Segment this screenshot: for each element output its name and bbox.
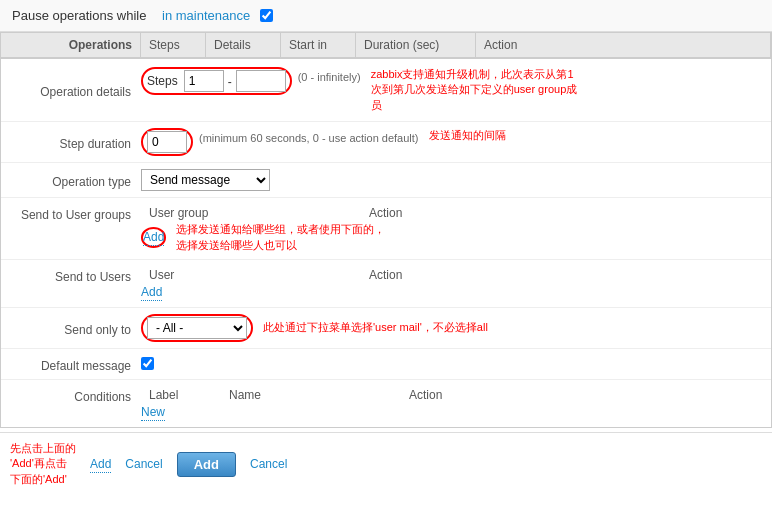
- operation-type-row: Operation type Send message Remote comma…: [1, 163, 771, 198]
- cancel-top-link[interactable]: Cancel: [117, 453, 170, 475]
- step-duration-row: Step duration (minimum 60 seconds, 0 - u…: [1, 122, 771, 163]
- step-duration-circle: [141, 128, 193, 156]
- cond-col-action: Action: [401, 386, 771, 404]
- operation-details-section: Operation details Steps - (0 - infinitel…: [0, 58, 772, 428]
- conditions-row: Conditions Label Name Action New: [1, 380, 771, 427]
- add-bottom-button[interactable]: Add: [177, 452, 236, 477]
- send-to-user-groups-content: User group Action Add 选择发送通知给哪些组，或者使用下面的…: [141, 204, 771, 253]
- step-duration-label: Step duration: [1, 133, 141, 151]
- steps-from-input[interactable]: [184, 70, 224, 92]
- steps-hint: (0 - infinitely): [292, 67, 361, 83]
- steps-content: Steps - (0 - infinitely) zabbix支持通知升级机制，…: [141, 67, 771, 113]
- send-only-to-select[interactable]: - All - SMS Email Jabber: [147, 317, 247, 339]
- send-only-annotation: 此处通过下拉菜单选择'user mail'，不必选择all: [253, 320, 488, 335]
- send-to-users-content: User Action Add: [141, 266, 771, 301]
- conditions-table: Label Name Action: [141, 386, 771, 404]
- pause-operations-label: Pause operations while in maintenance: [12, 8, 273, 23]
- pause-text: Pause operations while: [12, 8, 146, 23]
- send-to-user-groups-label: Send to User groups: [1, 204, 141, 222]
- pause-checkbox[interactable]: [260, 9, 273, 22]
- send-to-user-groups-row: Send to User groups User group Action: [1, 198, 771, 260]
- default-message-label: Default message: [1, 355, 141, 373]
- u-col-user: User: [141, 266, 361, 284]
- send-only-to-row: Send only to - All - SMS Email Jabber 此处…: [1, 308, 771, 349]
- add-user-group-circle: Add: [141, 227, 166, 248]
- users-table: User Action: [141, 266, 771, 284]
- operation-type-select[interactable]: Send message Remote command: [141, 169, 270, 191]
- send-only-to-content: - All - SMS Email Jabber 此处通过下拉菜单选择'user…: [141, 314, 771, 342]
- steps-to-input[interactable]: [236, 70, 286, 92]
- ug-col-action: Action: [361, 204, 771, 222]
- add-top-link[interactable]: Add: [90, 456, 111, 473]
- steps-annotation: zabbix支持通知升级机制，此次表示从第1次到第几次发送给如下定义的user …: [361, 67, 581, 113]
- bottom-note: 先点击上面的 'Add'再点击 下面的'Add': [10, 441, 76, 487]
- cond-col-label: Label: [141, 386, 221, 404]
- steps-row: Operation details Steps - (0 - infinitel…: [1, 59, 771, 122]
- add-user-group-link[interactable]: Add: [143, 229, 164, 246]
- operation-type-label: Operation type: [1, 171, 141, 189]
- ops-col-steps: Steps: [141, 33, 206, 57]
- add-user-group-annotation: 选择发送通知给哪些组，或者使用下面的， 选择发送给哪些人也可以: [166, 222, 385, 253]
- cancel-bottom-link[interactable]: Cancel: [242, 453, 295, 475]
- operation-details-label: Operation details: [1, 81, 141, 99]
- user-groups-table: User group Action: [141, 204, 771, 222]
- step-duration-hint: (minimum 60 seconds, 0 - use action defa…: [193, 128, 419, 144]
- conditions-label: Conditions: [1, 386, 141, 404]
- conditions-new-link[interactable]: New: [141, 404, 165, 421]
- steps-circle: Steps -: [141, 67, 292, 95]
- bottom-actions: 先点击上面的 'Add'再点击 下面的'Add' Add Cancel Add …: [0, 432, 772, 495]
- operation-type-content: Send message Remote command: [141, 169, 771, 191]
- send-to-users-label: Send to Users: [1, 266, 141, 284]
- steps-field-label: Steps: [147, 74, 178, 88]
- default-message-content: [141, 357, 771, 370]
- send-only-row: - All - SMS Email Jabber 此处通过下拉菜单选择'user…: [141, 314, 488, 342]
- ops-col-action: Action: [476, 33, 771, 57]
- ops-col-operations: Operations: [1, 33, 141, 57]
- add-user-link[interactable]: Add: [141, 284, 162, 301]
- conditions-content: Label Name Action New: [141, 386, 771, 421]
- send-to-users-row: Send to Users User Action Add: [1, 260, 771, 308]
- u-col-action: Action: [361, 266, 771, 284]
- ops-col-duration: Duration (sec): [356, 33, 476, 57]
- main-container: Pause operations while in maintenance Op…: [0, 0, 772, 495]
- steps-separator: -: [228, 73, 232, 89]
- send-only-to-label: Send only to: [1, 319, 141, 337]
- step-duration-annotation: 发送通知的间隔: [419, 128, 639, 143]
- maintenance-link[interactable]: in maintenance: [162, 8, 250, 23]
- ug-col-user-group: User group: [141, 204, 361, 222]
- default-message-checkbox[interactable]: [141, 357, 154, 370]
- step-duration-content: (minimum 60 seconds, 0 - use action defa…: [141, 128, 771, 156]
- ops-col-startin: Start in: [281, 33, 356, 57]
- cond-col-name: Name: [221, 386, 401, 404]
- step-duration-input[interactable]: [147, 131, 187, 153]
- ops-col-details: Details: [206, 33, 281, 57]
- send-only-circle: - All - SMS Email Jabber: [141, 314, 253, 342]
- operations-header: Operations Steps Details Start in Durati…: [0, 32, 772, 58]
- topbar: Pause operations while in maintenance: [0, 0, 772, 32]
- default-message-row: Default message: [1, 349, 771, 380]
